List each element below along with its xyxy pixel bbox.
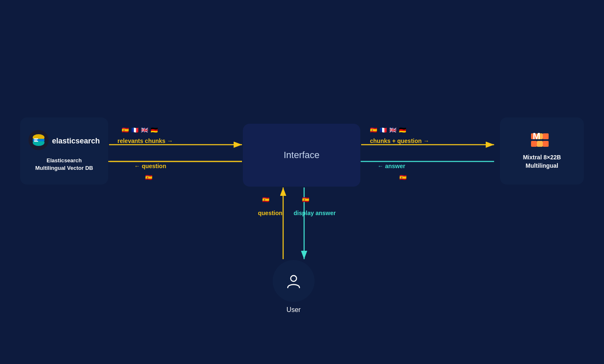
elasticsearch-logo-text: elasticsearch [52, 137, 100, 146]
flags-left-top: 🇪🇸 🇫🇷 🇬🇧 🇩🇪 [122, 127, 158, 133]
elasticsearch-card: elasticsearch Elasticsearch Multilingual… [20, 117, 108, 185]
elasticsearch-logo [29, 130, 49, 150]
flags-left-bottom: 🇪🇸 [145, 174, 153, 181]
user-label: User [273, 306, 315, 314]
label-question-bottom: question [258, 210, 282, 216]
elasticsearch-subtitle: Elasticsearch Multilingual Vector DB [35, 157, 93, 172]
flags-question-bottom: 🇪🇸 [262, 196, 270, 203]
label-question-left: ← question [134, 163, 166, 169]
user-card [273, 260, 315, 302]
mixtral-card: M Mixtral 8×22B Multilingual [500, 117, 584, 185]
label-chunks-question: chunks + question → [370, 138, 429, 144]
svg-rect-16 [34, 140, 37, 140]
interface-card: Interface [243, 124, 360, 187]
flags-right-top: 🇪🇸 🇫🇷 🇬🇧 🇩🇪 [370, 127, 406, 133]
mixtral-title: Mixtral 8×22B Multilingual [523, 153, 561, 170]
label-display-answer: display answer [294, 210, 336, 216]
user-icon [286, 273, 301, 289]
label-answer: ← answer [378, 163, 405, 169]
svg-text:M: M [533, 132, 540, 141]
interface-label: Interface [284, 150, 320, 161]
label-relevants-chunks: relevants chunks → [117, 138, 173, 144]
mixtral-logo: M [531, 132, 553, 150]
flags-display-bottom: 🇪🇸 [302, 196, 310, 203]
svg-rect-21 [537, 141, 543, 147]
svg-rect-23 [543, 141, 549, 147]
svg-point-25 [291, 276, 297, 281]
flags-right-bottom: 🇪🇸 [399, 174, 407, 181]
es-logo-wrapper: elasticsearch [29, 130, 100, 153]
svg-rect-22 [543, 133, 549, 139]
svg-rect-19 [531, 141, 537, 147]
diagram-container: elasticsearch Elasticsearch Multilingual… [0, 0, 604, 364]
svg-rect-17 [34, 141, 38, 142]
svg-rect-15 [34, 138, 38, 139]
